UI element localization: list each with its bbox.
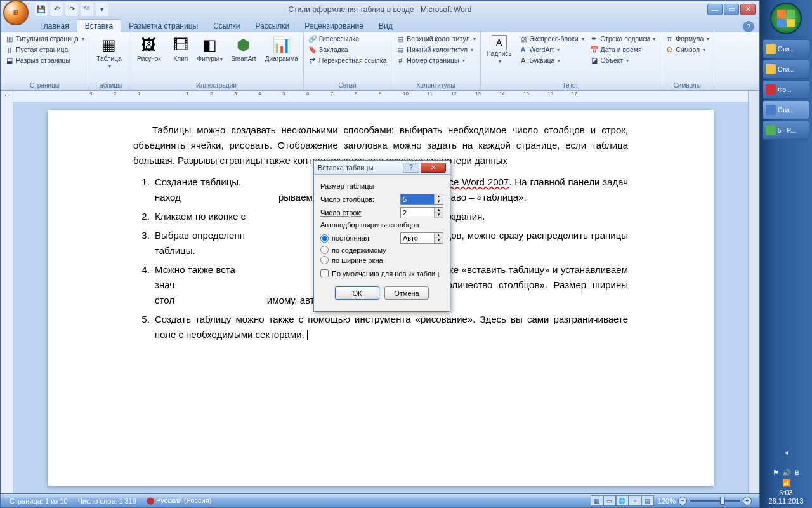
columns-input[interactable] [401,194,434,204]
tab-review[interactable]: Рецензирование [297,20,371,32]
vertical-scrollbar[interactable] [748,91,759,493]
office-button[interactable]: ⊞ [3,0,29,25]
page-break-button[interactable]: ⬓Разрыв страницы [3,55,86,65]
save-icon[interactable]: 💾 [35,3,48,16]
minimize-button[interactable]: — [707,4,723,15]
clip-icon: 🎞 [171,35,191,55]
zoom-in-button[interactable]: + [743,497,752,505]
formula-button[interactable]: πФормула▾ [663,34,711,44]
fixed-width-radio[interactable] [320,234,329,243]
wordart-button[interactable]: AWordArt▾ [517,44,586,55]
zoom-control: 120% − + [654,497,756,505]
fixed-width-input[interactable] [401,233,434,243]
table-icon: ▦ [99,35,119,55]
volume-icon[interactable]: 🔊 [782,469,790,476]
language-indicator[interactable]: ⬤ Русский (Россия) [141,497,216,505]
page-number-button[interactable]: #Номер страницы▾ [394,55,477,65]
header-button[interactable]: ▤Верхний колонтитул▾ [394,34,477,44]
smartart-button[interactable]: ⬢SmartArt [226,34,261,64]
dialog-titlebar[interactable]: Вставка таблицы ? ✕ [314,161,450,175]
autofit-group-label: Автоподбор ширины столбцов [320,221,443,229]
qat-customize-icon[interactable]: ▾ [96,3,108,16]
signature-line-button[interactable]: ✒Строка подписи▾ [588,34,658,44]
tab-view[interactable]: Вид [371,20,400,32]
textbox-button[interactable]: AНадпись▾ [483,34,515,66]
taskbar-item[interactable]: Сти... [763,60,809,79]
taskbar-item[interactable]: Сти... [763,100,809,119]
spin-down-icon[interactable]: ▼ [435,213,443,218]
help-icon[interactable]: ? [743,21,754,32]
tray-expand-icon[interactable]: ◂ [763,449,809,456]
tab-references[interactable]: Ссылки [206,20,247,32]
taskbar-item[interactable]: 5 - P... [763,121,809,140]
redo-icon[interactable]: ↷ [65,3,78,16]
quickparts-button[interactable]: ▧Экспресс-блоки▾ [517,34,586,44]
datetime-button[interactable]: 📅Дата и время [588,44,658,55]
hyperlink-button[interactable]: 🔗Гиперссылка [306,34,388,44]
chart-button[interactable]: 📊Диаграмма [263,34,301,64]
picture-button[interactable]: 🖼Рисунок [132,34,166,64]
dialog-body: Размер таблицы Число столбцов: ▲▼ Число … [314,175,450,311]
dialog-close-button[interactable]: ✕ [421,163,446,173]
full-screen-view[interactable]: ▭ [603,495,616,506]
spin-up-icon[interactable]: ▲ [435,194,443,199]
start-button[interactable] [770,3,802,34]
tab-home[interactable]: Главная [32,20,77,32]
taskbar-item[interactable]: Фо... [763,80,809,99]
tab-insert[interactable]: Вставка [77,19,122,32]
dialog-help-button[interactable]: ? [403,163,419,173]
outline-view[interactable]: ≡ [629,495,641,506]
symbol-button[interactable]: ΩСимвол▾ [663,44,711,55]
rows-input[interactable] [401,208,434,218]
autofit-contents-radio[interactable] [320,246,329,254]
tab-mailings[interactable]: Рассылки [247,20,297,32]
close-button[interactable]: ✕ [740,4,756,15]
draft-view[interactable]: ▤ [641,495,654,506]
autofit-window-radio[interactable] [320,256,329,264]
bookmark-button[interactable]: 🔖Закладка [306,44,388,55]
horizontal-ruler[interactable]: 3211234567891011121314151617 [13,91,748,102]
spin-up-icon[interactable]: ▲ [435,208,443,213]
blank-page-icon: ▯ [5,45,14,54]
clip-button[interactable]: 🎞Клип [168,34,193,64]
zoom-slider[interactable] [690,500,740,502]
taskbar-item[interactable]: Сти... [763,39,809,58]
zoom-level[interactable]: 120% [658,497,676,505]
group-label: Связи [306,81,388,90]
cancel-button[interactable]: Отмена [384,286,429,300]
fixed-width-spinbox[interactable]: ▲▼ [400,232,443,244]
ok-button[interactable]: ОК [335,286,379,300]
spin-down-icon[interactable]: ▼ [435,238,443,243]
zoom-thumb[interactable] [720,497,725,505]
shapes-button[interactable]: ◧Фигуры▾ [195,34,225,64]
clock[interactable]: 6:03 26.11.2013 [763,489,809,505]
word-count[interactable]: Число слов: 1 319 [73,497,141,505]
statusbar: Страница: 1 из 10 Число слов: 1 319 ⬤ Ру… [1,493,759,507]
crossref-button[interactable]: ⇄Перекрестная ссылка [306,55,388,65]
columns-spinbox[interactable]: ▲▼ [400,194,443,205]
group-illustrations: 🖼Рисунок 🎞Клип ◧Фигуры▾ ⬢SmartArt 📊Диагр… [129,32,304,90]
zoom-out-button[interactable]: − [678,497,687,505]
text-cursor [307,330,308,340]
title-page-button[interactable]: ▥Титульная страница▾ [3,34,86,44]
footer-button[interactable]: ▤Нижний колонтитул▾ [394,44,477,55]
spin-down-icon[interactable]: ▼ [435,199,443,204]
dropcap-button[interactable]: A͟Буквица▾ [517,55,586,65]
table-button[interactable]: ▦Таблица▾ [92,34,126,71]
remember-defaults-checkbox[interactable] [320,269,329,277]
network-icon[interactable]: 📶 [782,479,790,486]
tray-icon[interactable]: ⚑ [772,469,780,476]
spin-up-icon[interactable]: ▲ [435,233,443,238]
blank-page-button[interactable]: ▯Пустая страница [3,44,86,55]
spellcheck-icon[interactable]: ᴬᴮ [81,3,93,16]
undo-icon[interactable]: ↶ [50,3,63,16]
rows-spinbox[interactable]: ▲▼ [400,207,443,218]
object-button[interactable]: ◪Объект▾ [588,55,658,65]
web-layout-view[interactable]: 🌐 [616,495,629,506]
page-indicator[interactable]: Страница: 1 из 10 [4,497,73,505]
print-layout-view[interactable]: ▦ [591,495,603,506]
tray-icon[interactable]: 🖥 [792,469,800,476]
maximize-button[interactable]: ▭ [724,4,739,15]
group-headers: ▤Верхний колонтитул▾ ▤Нижний колонтитул▾… [391,32,480,90]
tab-page-layout[interactable]: Разметка страницы [121,20,206,32]
